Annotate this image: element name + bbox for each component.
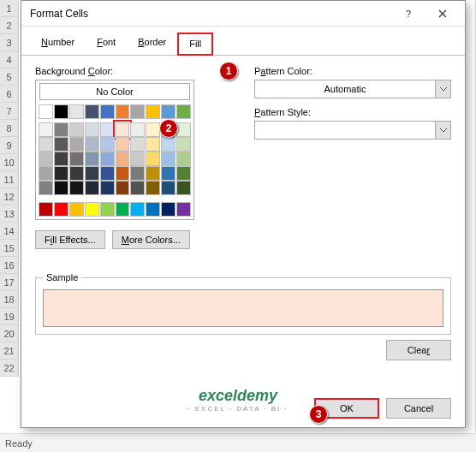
- row-header[interactable]: 22: [0, 360, 19, 377]
- color-swatch[interactable]: [161, 152, 176, 166]
- row-header[interactable]: 20: [0, 325, 19, 342]
- color-swatch[interactable]: [130, 166, 145, 181]
- color-swatch[interactable]: [85, 181, 99, 195]
- row-header[interactable]: 4: [0, 51, 19, 68]
- color-swatch[interactable]: [39, 202, 53, 217]
- color-swatch[interactable]: [116, 104, 130, 119]
- color-swatch[interactable]: [176, 181, 191, 195]
- color-swatch[interactable]: [54, 202, 68, 217]
- color-swatch[interactable]: [39, 166, 53, 181]
- row-header[interactable]: 2: [0, 17, 19, 34]
- color-swatch[interactable]: [69, 166, 84, 181]
- color-swatch[interactable]: [146, 181, 160, 195]
- color-swatch[interactable]: [54, 104, 68, 119]
- row-header[interactable]: 16: [0, 257, 19, 274]
- color-swatch[interactable]: [100, 104, 115, 119]
- color-swatch[interactable]: [69, 104, 84, 119]
- row-header[interactable]: 1: [0, 0, 19, 17]
- color-swatch[interactable]: [54, 181, 68, 195]
- color-swatch[interactable]: [100, 181, 115, 195]
- color-swatch[interactable]: [39, 181, 53, 195]
- color-swatch[interactable]: [100, 166, 115, 181]
- color-swatch[interactable]: [130, 137, 145, 152]
- color-swatch[interactable]: [54, 122, 68, 137]
- row-header[interactable]: 13: [0, 205, 19, 223]
- color-swatch[interactable]: [146, 202, 160, 217]
- color-swatch[interactable]: [39, 152, 53, 166]
- color-swatch[interactable]: [176, 122, 191, 137]
- color-swatch[interactable]: [161, 104, 176, 119]
- color-swatch[interactable]: [116, 137, 130, 152]
- color-swatch[interactable]: [130, 104, 145, 119]
- row-header[interactable]: 7: [0, 103, 19, 120]
- color-swatch[interactable]: [85, 152, 99, 166]
- color-swatch[interactable]: [116, 122, 130, 137]
- color-swatch[interactable]: [100, 137, 115, 152]
- tab-border[interactable]: Border: [127, 32, 177, 55]
- help-button[interactable]: ?: [391, 3, 425, 25]
- color-swatch[interactable]: [146, 137, 160, 152]
- row-header[interactable]: 21: [0, 342, 19, 360]
- color-swatch[interactable]: [116, 152, 130, 166]
- color-swatch[interactable]: [69, 202, 84, 217]
- color-swatch[interactable]: [176, 152, 191, 166]
- tab-font[interactable]: Font: [86, 32, 127, 55]
- fill-effects-button[interactable]: Fill Effects...: [35, 230, 105, 249]
- color-swatch[interactable]: [69, 122, 84, 137]
- row-header[interactable]: 3: [0, 34, 19, 51]
- color-swatch[interactable]: [161, 166, 176, 181]
- color-swatch[interactable]: [116, 202, 130, 217]
- color-swatch[interactable]: [54, 152, 68, 166]
- color-swatch[interactable]: [39, 122, 53, 137]
- row-header[interactable]: 14: [0, 223, 19, 240]
- color-swatch[interactable]: [146, 166, 160, 181]
- row-header[interactable]: 5: [0, 68, 19, 86]
- color-swatch[interactable]: [100, 152, 115, 166]
- no-color-button[interactable]: No Color: [39, 83, 190, 100]
- color-swatch[interactable]: [69, 181, 84, 195]
- close-button[interactable]: [425, 3, 460, 25]
- color-swatch[interactable]: [100, 202, 115, 217]
- color-swatch[interactable]: [69, 152, 84, 166]
- color-swatch[interactable]: [69, 137, 84, 152]
- color-swatch[interactable]: [176, 202, 191, 217]
- color-swatch[interactable]: [85, 166, 99, 181]
- color-swatch[interactable]: [161, 202, 176, 217]
- color-swatch[interactable]: [161, 181, 176, 195]
- row-header[interactable]: 9: [0, 137, 19, 154]
- color-swatch[interactable]: [130, 181, 145, 195]
- tab-number[interactable]: Number: [30, 32, 86, 55]
- color-swatch[interactable]: [161, 137, 176, 152]
- color-swatch[interactable]: [130, 152, 145, 166]
- color-swatch[interactable]: [146, 104, 160, 119]
- pattern-color-combo[interactable]: Automatic: [254, 80, 451, 98]
- color-swatch[interactable]: [176, 104, 191, 119]
- row-header[interactable]: 10: [0, 154, 19, 171]
- color-swatch[interactable]: [85, 122, 99, 137]
- color-swatch[interactable]: [130, 122, 145, 137]
- tab-fill[interactable]: Fill: [177, 33, 213, 56]
- color-swatch[interactable]: [54, 166, 68, 181]
- color-swatch[interactable]: [130, 202, 145, 217]
- color-swatch[interactable]: [176, 166, 191, 181]
- pattern-style-combo[interactable]: [254, 121, 451, 140]
- row-header[interactable]: 11: [0, 171, 19, 188]
- row-header[interactable]: 17: [0, 274, 19, 291]
- row-header[interactable]: 8: [0, 120, 19, 137]
- row-header[interactable]: 12: [0, 188, 19, 205]
- clear-button[interactable]: Clear: [386, 340, 451, 360]
- color-swatch[interactable]: [116, 166, 130, 181]
- row-header[interactable]: 15: [0, 240, 19, 257]
- color-swatch[interactable]: [85, 137, 99, 152]
- color-swatch[interactable]: [100, 122, 115, 137]
- color-swatch[interactable]: [39, 104, 53, 119]
- color-swatch[interactable]: [85, 104, 99, 119]
- color-swatch[interactable]: [146, 152, 160, 166]
- cancel-button[interactable]: Cancel: [386, 398, 451, 419]
- color-swatch[interactable]: [39, 137, 53, 152]
- color-swatch[interactable]: [54, 137, 68, 152]
- color-swatch[interactable]: [146, 122, 160, 137]
- color-swatch[interactable]: [176, 137, 191, 152]
- row-header[interactable]: 19: [0, 308, 19, 325]
- row-header[interactable]: 18: [0, 291, 19, 308]
